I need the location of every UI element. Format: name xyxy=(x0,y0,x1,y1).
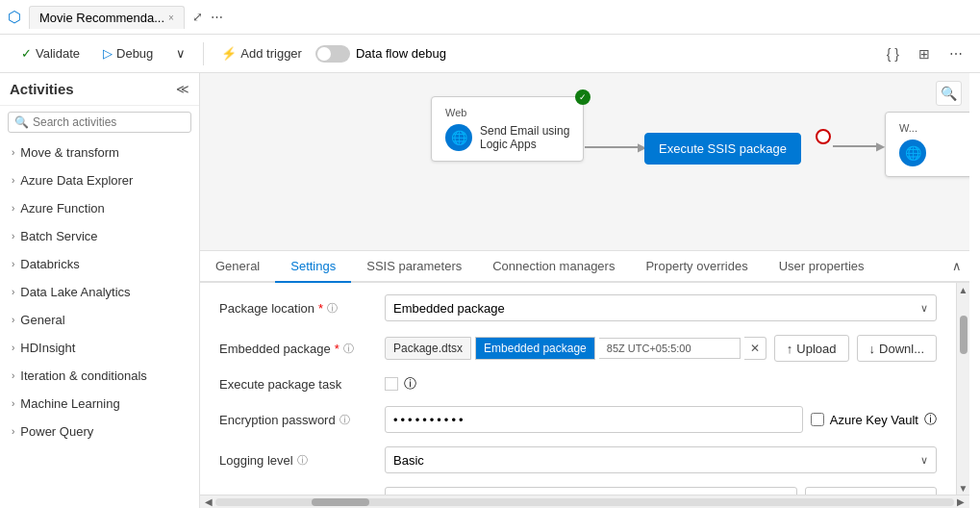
search-icon: 🔍 xyxy=(14,115,29,129)
checkbox-wrapper: ⓘ xyxy=(385,375,416,393)
dataflow-debug-label: Data flow debug xyxy=(356,46,446,61)
dataflow-debug-toggle[interactable]: Data flow debug xyxy=(315,45,446,63)
exec-ssis-node[interactable]: Execute SSIS package xyxy=(644,133,801,165)
tab-settings[interactable]: Settings xyxy=(275,251,351,283)
tab-property-overrides[interactable]: Property overrides xyxy=(630,251,763,283)
package-location-dropdown[interactable]: Embedded package ∨ xyxy=(385,294,937,321)
tab-close-icon[interactable]: × xyxy=(168,13,174,23)
package-location-control: Embedded package ∨ xyxy=(385,294,937,321)
validate-button[interactable]: ✓ Validate xyxy=(12,42,89,64)
download-button[interactable]: ↓ Downl... xyxy=(857,335,937,362)
trigger-icon: ⚡ xyxy=(221,46,237,61)
logging-path-input[interactable] xyxy=(385,487,797,495)
info-icon-4[interactable]: ⓘ xyxy=(339,413,350,427)
connector-line xyxy=(585,146,642,148)
sidebar-item-label: Machine Learning xyxy=(20,396,119,411)
encryption-password-input[interactable] xyxy=(385,406,803,433)
validate-label: Validate xyxy=(36,46,80,61)
web-node[interactable]: Web 🌐 Send Email usingLogic Apps ✓ xyxy=(431,96,584,162)
browse-file-storage-button[interactable]: Browse file storage xyxy=(805,487,937,495)
panel-collapse-button[interactable]: ∧ xyxy=(944,251,969,281)
toggle-control[interactable] xyxy=(315,45,350,63)
search-input[interactable] xyxy=(33,115,185,129)
sidebar-item-iteration[interactable]: › Iteration & conditionals xyxy=(0,362,199,390)
debug-label: Debug xyxy=(116,46,153,61)
maximize-icon[interactable]: ⤢ xyxy=(192,10,203,24)
sidebar-item-hdinsight[interactable]: › HDInsight xyxy=(0,334,199,362)
required-indicator-2: * xyxy=(335,342,339,356)
sidebar-item-label: Azure Data Explorer xyxy=(20,173,133,188)
embedded-package-row: Embedded package * ⓘ Package.dtsx Embedd… xyxy=(219,335,937,362)
debug-icon: ▷ xyxy=(103,46,113,61)
main-content: Activities ≪ 🔍 › Move & transform › Azur… xyxy=(0,73,980,508)
sidebar-item-label: Power Query xyxy=(20,424,93,439)
sidebar-item-move-transform[interactable]: › Move & transform xyxy=(0,139,199,166)
package-timestamp: 85Z UTC+05:5:00 xyxy=(599,338,741,359)
info-icon-5[interactable]: ⓘ xyxy=(297,453,308,468)
package-remove-button[interactable]: ✕ xyxy=(744,337,766,360)
web-node-card-2[interactable]: W... 🌐 xyxy=(885,112,969,177)
node-body: 🌐 Send Email usingLogic Apps xyxy=(445,124,569,151)
web-node-card[interactable]: Web 🌐 Send Email usingLogic Apps ✓ xyxy=(431,96,584,162)
upload-button[interactable]: ↑ Upload xyxy=(774,335,849,362)
node-header: Web xyxy=(445,107,569,118)
validate-icon: ✓ xyxy=(21,46,32,61)
node-icon: 🌐 xyxy=(445,124,472,151)
title-bar: ⬡ Movie Recommenda... × ⤢ ⋯ xyxy=(0,0,980,35)
keyvault-info-icon[interactable]: ⓘ xyxy=(924,411,937,428)
more-options-icon[interactable]: ⋯ xyxy=(211,10,223,24)
debug-button[interactable]: ▷ Debug xyxy=(93,42,163,64)
right-panel: Web 🌐 Send Email usingLogic Apps ✓ ▶ Exe… xyxy=(200,73,969,508)
grid-view-button[interactable]: ⊞ xyxy=(913,42,936,65)
more-button[interactable]: ⋯ xyxy=(943,42,968,65)
package-tag: Embedded package xyxy=(475,337,595,360)
sidebar-item-label: Azure Function xyxy=(20,201,104,216)
info-icon-2[interactable]: ⓘ xyxy=(343,342,354,356)
sidebar-item-label: Data Lake Analytics xyxy=(20,285,130,299)
exec-node-card[interactable]: Execute SSIS package xyxy=(644,133,801,165)
node-label: Send Email usingLogic Apps xyxy=(480,124,569,151)
embedded-pkg-row: Package.dtsx Embedded package 85Z UTC+05… xyxy=(385,337,766,360)
canvas-panel: Web 🌐 Send Email usingLogic Apps ✓ ▶ Exe… xyxy=(200,73,969,251)
collapse-icon[interactable]: ≪ xyxy=(176,82,189,96)
web-node-2[interactable]: W... 🌐 xyxy=(885,112,969,177)
code-view-button[interactable]: { } xyxy=(881,42,905,65)
sidebar-item-databricks[interactable]: › Databricks xyxy=(0,250,199,278)
sidebar-item-data-lake-analytics[interactable]: › Data Lake Analytics xyxy=(0,278,199,306)
document-tab[interactable]: Movie Recommenda... × xyxy=(29,6,185,29)
sidebar-item-power-query[interactable]: › Power Query xyxy=(0,418,199,445)
dropdown-arrow-icon-2: ∨ xyxy=(920,454,928,467)
scroll-left-button[interactable]: ◀ xyxy=(202,495,215,509)
tab-user-properties[interactable]: User properties xyxy=(764,251,880,283)
chevron-right-icon: › xyxy=(12,370,14,381)
info-icon[interactable]: ⓘ xyxy=(327,301,338,316)
properties-tabs: General Settings SSIS parameters Connect… xyxy=(200,251,969,283)
embedded-package-label: Embedded package * ⓘ xyxy=(219,342,373,356)
success-badge: ✓ xyxy=(575,89,591,105)
scroll-thumb-h[interactable] xyxy=(312,498,369,506)
connector-line-2 xyxy=(833,145,881,147)
tab-general[interactable]: General xyxy=(200,251,275,283)
scroll-thumb[interactable] xyxy=(960,316,967,354)
tab-ssis-parameters[interactable]: SSIS parameters xyxy=(351,251,477,283)
tab-connection-managers[interactable]: Connection managers xyxy=(477,251,630,283)
add-trigger-button[interactable]: ⚡ Add trigger xyxy=(212,42,312,64)
toolbar-right: { } ⊞ ⋯ xyxy=(881,42,968,65)
dropdown-button[interactable]: ∨ xyxy=(166,42,195,64)
sidebar-item-azure-data-explorer[interactable]: › Azure Data Explorer xyxy=(0,166,199,194)
scroll-down-button[interactable]: ▼ xyxy=(957,481,969,495)
scroll-up-button[interactable]: ▲ xyxy=(957,283,969,296)
sidebar-item-batch-service[interactable]: › Batch Service xyxy=(0,222,199,250)
separator-1 xyxy=(203,42,204,65)
add-trigger-label: Add trigger xyxy=(240,46,302,61)
logging-level-dropdown[interactable]: Basic ∨ xyxy=(385,446,937,473)
canvas-zoom-button[interactable]: 🔍 xyxy=(936,81,962,106)
sidebar-item-machine-learning[interactable]: › Machine Learning xyxy=(0,390,199,418)
sidebar-item-azure-function[interactable]: › Azure Function xyxy=(0,194,199,222)
keyvault-checkbox[interactable] xyxy=(811,413,824,426)
execute-package-task-checkbox[interactable] xyxy=(385,377,398,391)
sidebar-item-general[interactable]: › General xyxy=(0,306,199,334)
info-icon-3[interactable]: ⓘ xyxy=(404,375,416,393)
chevron-right-icon: › xyxy=(12,315,14,325)
scroll-right-button[interactable]: ▶ xyxy=(954,495,967,509)
